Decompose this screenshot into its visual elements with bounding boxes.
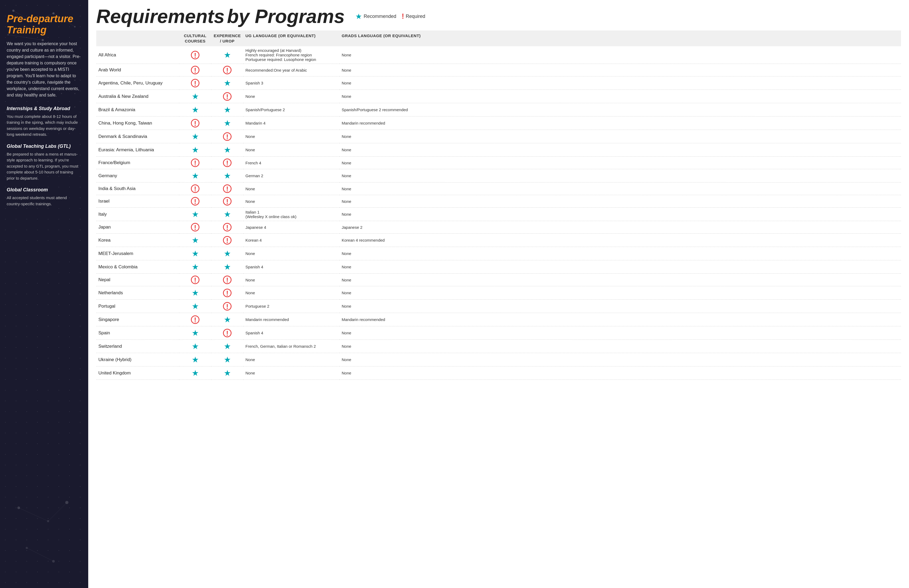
cultural-icon-cell: !: [179, 195, 211, 208]
col-cultural: CULTURAL COURSES: [179, 31, 211, 46]
grads-lang-cell: Spanish/Portuguese 2 recommended: [340, 103, 901, 116]
program-name: Israel: [96, 195, 179, 208]
cultural-icon-cell: !: [179, 313, 211, 326]
experience-icon-cell: ★: [211, 46, 243, 64]
experience-icon-cell: !: [211, 300, 243, 313]
program-name: India & South Asia: [96, 183, 179, 195]
exclaim-icon: !: [223, 223, 231, 231]
table-row: MEET-Jerusalem★★NoneNone: [96, 247, 901, 260]
cultural-icon-cell: ★: [179, 326, 211, 340]
experience-icon-cell: !: [211, 90, 243, 103]
col-grads-lang: GRADS LANGUAGE (OR EQUIVALENT): [340, 31, 901, 46]
grads-lang-cell: None: [340, 367, 901, 380]
exclaim-icon: !: [191, 51, 199, 59]
experience-icon-cell: ★: [211, 103, 243, 116]
sidebar-section-title-classroom: Global Classroom: [7, 187, 82, 193]
star-icon: ★: [192, 368, 199, 378]
sidebar-section-gtl: Global Teaching Labs (GTL) Be prepared t…: [7, 144, 82, 181]
program-name: Argentina, Chile, Peru, Uruguay: [96, 76, 179, 90]
ug-lang-cell: None: [243, 90, 340, 103]
program-name: Eurasia: Armenia, Lithuania: [96, 143, 179, 157]
experience-icon-cell: !: [211, 326, 243, 340]
exclaim-icon: !: [191, 184, 199, 193]
program-name: Brazil & Amazonia: [96, 103, 179, 116]
ug-lang-cell: Japanese 4: [243, 221, 340, 234]
star-icon: ★: [224, 249, 231, 258]
svg-line-15: [19, 508, 48, 521]
grads-lang-cell: None: [340, 326, 901, 340]
grads-lang-cell: None: [340, 195, 901, 208]
exclaim-icon: !: [223, 132, 231, 141]
sidebar-section-title-internships: Internships & Study Abroad: [7, 106, 82, 111]
exclaim-icon: !: [191, 197, 199, 205]
sidebar-section-text-classroom: All accepted students must attend countr…: [7, 195, 82, 207]
ug-lang-cell: None: [243, 286, 340, 300]
experience-icon-cell: !: [211, 157, 243, 169]
col-program: [96, 31, 179, 46]
program-name: All Africa: [96, 46, 179, 64]
experience-icon-cell: !: [211, 64, 243, 76]
ug-lang-cell: French, German, Italian or Romansch 2: [243, 340, 340, 353]
cultural-icon-cell: ★: [179, 247, 211, 260]
cultural-icon-cell: !: [179, 221, 211, 234]
grads-lang-cell: None: [340, 46, 901, 64]
table-row: India & South Asia!!NoneNone: [96, 183, 901, 195]
legend-recommended-label: Recommended: [364, 14, 396, 19]
experience-icon-cell: !: [211, 183, 243, 195]
star-icon: ★: [224, 342, 231, 351]
table-row: Ukraine (Hybrid)★★NoneNone: [96, 353, 901, 367]
exclaim-icon: !: [223, 158, 231, 167]
cultural-icon-cell: ★: [179, 300, 211, 313]
exclaim-icon: !: [223, 276, 231, 284]
ug-lang-cell: Mandarin recommended: [243, 313, 340, 326]
exclaim-icon: !: [191, 119, 199, 128]
svg-line-17: [27, 548, 53, 561]
grads-lang-cell: None: [340, 274, 901, 286]
cultural-icon-cell: !: [179, 46, 211, 64]
grads-lang-cell: None: [340, 130, 901, 143]
table-row: All Africa!★Highly encouraged (at Harvar…: [96, 46, 901, 64]
page-header: Requirements by Programs ★ Recommended !…: [96, 5, 901, 27]
table-row: China, Hong Kong, Taiwan!★Mandarin 4Mand…: [96, 116, 901, 130]
cultural-icon-cell: ★: [179, 367, 211, 380]
table-row: Australia & New Zealand★!NoneNone: [96, 90, 901, 103]
exclaim-icon: !: [191, 223, 199, 231]
star-icon: ★: [192, 132, 199, 141]
svg-point-11: [47, 520, 49, 522]
program-name: Ukraine (Hybrid): [96, 353, 179, 367]
table-row: Spain★!Spanish 4None: [96, 326, 901, 340]
ug-lang-cell: Spanish 4: [243, 326, 340, 340]
cultural-icon-cell: ★: [179, 143, 211, 157]
star-icon: ★: [192, 342, 199, 351]
page-title: Requirements by Programs: [96, 5, 345, 27]
sidebar: Pre-departure Training We want you to ex…: [0, 0, 88, 588]
cultural-icon-cell: ★: [179, 340, 211, 353]
star-icon: ★: [192, 288, 199, 297]
table-row: Italy★★Italian 1 (Wellesley X online cla…: [96, 208, 901, 221]
cultural-icon-cell: ★: [179, 353, 211, 367]
sidebar-section-text-gtl: Be prepared to share a mens et manus-sty…: [7, 151, 82, 181]
ug-lang-cell: None: [243, 130, 340, 143]
program-name: China, Hong Kong, Taiwan: [96, 116, 179, 130]
ug-lang-cell: Recommended:One year of Arabic: [243, 64, 340, 76]
experience-icon-cell: !: [211, 286, 243, 300]
ug-lang-cell: None: [243, 353, 340, 367]
experience-icon-cell: ★: [211, 143, 243, 157]
experience-icon-cell: ★: [211, 340, 243, 353]
ug-lang-cell: Italian 1 (Wellesley X online class ok): [243, 208, 340, 221]
sidebar-intro: We want you to experience your host coun…: [7, 40, 82, 99]
table-row: Eurasia: Armenia, Lithuania★★NoneNone: [96, 143, 901, 157]
star-icon: ★: [192, 302, 199, 311]
star-icon: ★: [224, 368, 231, 378]
experience-icon-cell: ★: [211, 313, 243, 326]
grads-lang-cell: None: [340, 260, 901, 274]
svg-point-0: [12, 10, 15, 12]
col-experience: EXPERIENCE / UROP: [211, 31, 243, 46]
table-row: Israel!!NoneNone: [96, 195, 901, 208]
program-name: Nepal: [96, 274, 179, 286]
experience-icon-cell: !: [211, 221, 243, 234]
table-row: Denmark & Scandinavia★!NoneNone: [96, 130, 901, 143]
program-name: Mexico & Colombia: [96, 260, 179, 274]
star-icon: ★: [192, 171, 199, 180]
table-row: Argentina, Chile, Peru, Uruguay!★Spanish…: [96, 76, 901, 90]
